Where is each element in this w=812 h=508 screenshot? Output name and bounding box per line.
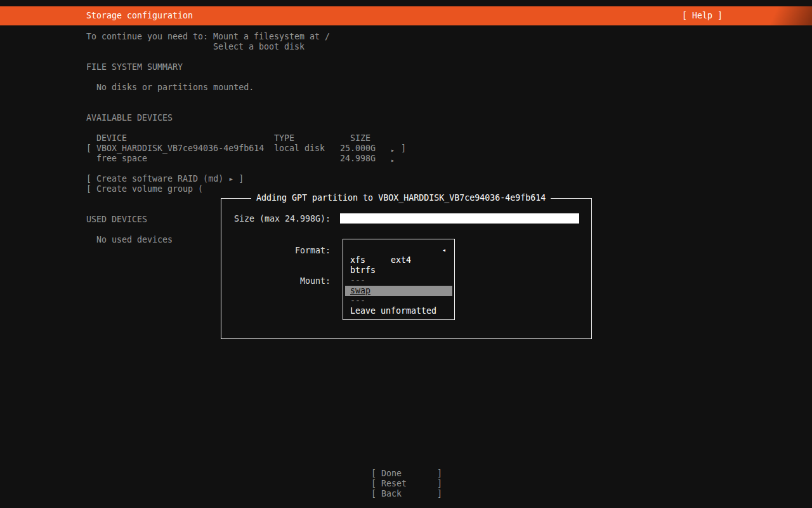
format-option-xfs[interactable]: xfs xyxy=(343,255,454,265)
fs-summary-empty-text: No disks or partitions mounted. xyxy=(96,83,254,93)
selected-option-arrow-icon: ◂ xyxy=(442,245,446,255)
fs-summary-heading: FILE SYSTEM SUMMARY xyxy=(86,62,183,72)
installer-screen: Storage configuration [ Help ] To contin… xyxy=(0,0,812,508)
dialog-title: Adding GPT partition to VBOX_HARDDISK_VB… xyxy=(251,193,551,203)
col-header-size: SIZE xyxy=(350,133,370,144)
format-label: Format: xyxy=(295,246,331,256)
col-header-device: DEVICE xyxy=(96,133,127,144)
col-header-type: TYPE xyxy=(274,133,294,144)
format-option-btrfs[interactable]: btrfs xyxy=(343,265,454,276)
used-devices-heading: USED DEVICES xyxy=(86,215,147,225)
create-volume-group-button[interactable]: [ Create volume group ( xyxy=(86,184,203,194)
add-partition-dialog: Adding GPT partition to VBOX_HARDDISK_VB… xyxy=(221,198,592,339)
expand-arrow-icon: ▸ xyxy=(391,156,395,166)
used-devices-empty-text: No used devices xyxy=(96,235,173,245)
reset-button[interactable]: [ Reset ] xyxy=(371,479,442,489)
create-raid-button[interactable]: [ Create software RAID (md) ▸ ] xyxy=(86,174,244,184)
expand-arrow-icon: ▸ xyxy=(391,145,395,156)
free-space-label: free space xyxy=(96,154,147,164)
done-button[interactable]: [ Done ] xyxy=(371,469,442,479)
format-option-separator: --- xyxy=(343,276,454,286)
available-devices-heading: AVAILABLE DEVICES xyxy=(86,113,173,123)
instruction-prefix: To continue you need to: xyxy=(86,32,208,42)
format-option-leave-unformatted[interactable]: Leave unformatted xyxy=(343,306,454,316)
mount-label: Mount: xyxy=(300,276,331,286)
instruction-select-boot-disk: Select a boot disk xyxy=(213,42,304,52)
device-name: VBOX_HARDDISK_VB7ce94036-4e9fb614 xyxy=(96,144,264,154)
size-label: Size (max 24.998G): xyxy=(234,214,331,224)
device-size: 25.000G xyxy=(340,144,376,154)
format-dropdown: ext4 ◂ xfs btrfs --- swap --- Leave unfo… xyxy=(343,239,455,320)
format-option-swap[interactable]: swap xyxy=(345,286,452,296)
page-title: Storage configuration xyxy=(86,11,193,21)
row-bracket-close: ] xyxy=(401,144,406,154)
title-bar: Storage configuration [ Help ] xyxy=(0,6,812,25)
row-bracket-open: [ xyxy=(86,144,91,154)
format-option-separator: --- xyxy=(343,296,454,306)
free-space-size: 24.998G xyxy=(340,154,376,164)
instruction-mount-filesystem: Mount a filesystem at / xyxy=(213,32,330,42)
help-button[interactable]: [ Help ] xyxy=(682,11,723,21)
size-input[interactable] xyxy=(340,213,579,224)
device-type: local disk xyxy=(274,144,325,154)
back-button[interactable]: [ Back ] xyxy=(371,489,442,499)
format-option-ext4[interactable]: ext4 ◂ xyxy=(343,245,454,255)
